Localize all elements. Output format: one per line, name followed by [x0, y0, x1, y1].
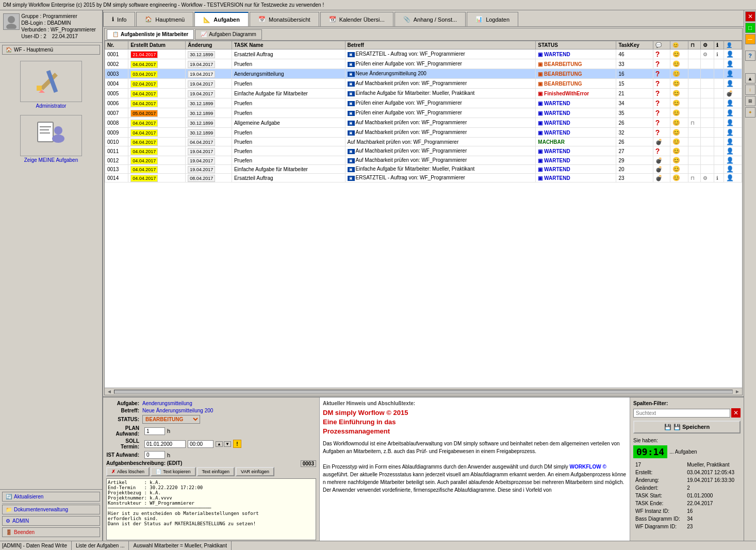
tab-logdaten[interactable]: 📊 Logdaten: [467, 12, 518, 26]
kalender-icon: 📆: [329, 16, 336, 23]
cell-taskkey: 35: [616, 108, 653, 118]
cell-icon-q: ?: [653, 49, 670, 59]
status-select[interactable]: BEARBEITUNG WARTEND MACHBAR FinishedWith…: [142, 415, 200, 424]
plan-aufwand-input[interactable]: [144, 427, 165, 435]
tab-aufgaben[interactable]: 📐 Aufgaben: [194, 12, 249, 26]
cell-aenderung: 19.04.2017: [186, 59, 232, 69]
cell-erstellt: 04.04.2017: [128, 89, 186, 98]
table-row[interactable]: 0008 04.04.2017 30.12.1899 Allgemeine Au…: [105, 118, 742, 128]
cell-taskkey: 33: [616, 59, 653, 69]
refresh-icon: 🔄: [6, 494, 12, 499]
time-down-btn[interactable]: ▼: [224, 441, 231, 447]
cell-icon-gear: [701, 108, 714, 118]
cell-icon-gear: [701, 89, 714, 98]
admin-label-1[interactable]: Administrator: [36, 103, 67, 109]
table-row[interactable]: 0004 02.04.2017 19.04.2017 Pruefen ▣Auf …: [105, 79, 742, 89]
task-table-container[interactable]: Nr. Erstellt Datum Änderung TASK Name Be…: [105, 41, 742, 388]
cell-erstellt: 04.04.2017: [128, 174, 186, 182]
table-row[interactable]: 0012 04.04.2017 19.04.2017 Pruefen ▣Auf …: [105, 156, 742, 165]
tab-monatsübersicht[interactable]: 📅 Monatsübersicht: [250, 12, 319, 26]
table-row[interactable]: 0009 04.04.2017 30.12.1899 Pruefen ▣Auf …: [105, 128, 742, 138]
diagram-icon: 📈: [201, 31, 207, 37]
filter-search-input[interactable]: [633, 409, 730, 418]
filter-title: Spalten-Filter:: [633, 401, 741, 406]
sub-tab-aufgabenliste[interactable]: 📋 Aufgabenliste je Mitarbeiter: [107, 29, 194, 40]
tab-info[interactable]: ℹ Info: [103, 12, 135, 26]
table-row[interactable]: 0005 04.04.2017 19.04.2017 Einfache Aufg…: [105, 89, 742, 98]
detail-ist-row: IST Aufwand: h: [106, 451, 316, 459]
cell-betreff: ▣Einfache Aufgabe für Mitarbeiter: Muell…: [345, 89, 536, 98]
soll-termin-time-input[interactable]: [188, 440, 213, 448]
table-scrollbar-h[interactable]: ◄ ►: [105, 388, 742, 395]
save-icon: 💾: [664, 424, 671, 430]
cell-icon-face: 😊: [670, 174, 688, 182]
save-btn[interactable]: 💾 💾 Speichern: [633, 421, 741, 434]
admin-icon-box-1[interactable]: [20, 61, 82, 102]
sidebar-btn-dok[interactable]: 📁 Dokumentenverwaltung: [2, 505, 100, 514]
soll-termin-date-input[interactable]: [144, 440, 186, 448]
cell-icon-bar: [688, 146, 701, 156]
sidebar-btn-aktualisieren[interactable]: 🔄 Aktualisieren: [2, 492, 100, 502]
minimize-btn[interactable]: ─: [745, 34, 755, 44]
table-row[interactable]: 0002 04.04.2017 19.04.2017 Pruefen ▣Prüf…: [105, 59, 742, 69]
cell-nr: 0005: [105, 89, 128, 98]
table-row[interactable]: 0014 04.04.2017 08.04.2017 Ersatzteil Au…: [105, 174, 742, 182]
cell-status: ▣ WARTEND: [536, 146, 616, 156]
cell-erstellt: 04.04.2017: [128, 138, 186, 146]
table-row[interactable]: 0007 05.04.2017 30.12.1899 Pruefen ▣Prüf…: [105, 108, 742, 118]
table-row[interactable]: 0011 04.04.2017 19.04.2017 Pruefen ▣Auf …: [105, 146, 742, 156]
cell-icon-person: 👤: [724, 128, 742, 138]
table-row[interactable]: 0010 04.04.2017 04.04.2017 Pruefen Auf M…: [105, 138, 742, 146]
maximize-btn[interactable]: □: [745, 23, 755, 33]
th-task[interactable]: TASK Name: [232, 41, 345, 49]
sidebar-admin-area: Administrator Zeige MEINE Aufgaben: [0, 57, 102, 489]
nav-btn-3[interactable]: ✦: [745, 107, 755, 118]
table-row[interactable]: 0006 04.04.2017 30.12.1899 Pruefen ▣Prüf…: [105, 98, 742, 108]
var-einfugen-btn[interactable]: VAR einfügen: [236, 467, 274, 476]
cell-aenderung: 30.12.1899: [186, 108, 232, 118]
table-row[interactable]: 0013 04.04.2017 19.04.2017 Einfache Aufg…: [105, 165, 742, 174]
gruppe-row: Gruppe : Programmierer: [21, 13, 99, 19]
person-icon: 👤: [726, 129, 734, 136]
cell-icon-info: [714, 156, 724, 165]
th-betreff[interactable]: Betreff: [345, 41, 536, 49]
cell-status: ▣ WARTEND: [536, 98, 616, 108]
cell-icon-bar: [688, 138, 701, 146]
th-taskkey[interactable]: TaskKey: [616, 41, 653, 49]
tab-kalender[interactable]: 📆 Kalender Übersi...: [320, 12, 393, 26]
cell-taskkey: 34: [616, 98, 653, 108]
text-einfugen-btn[interactable]: Text einfügen: [197, 467, 235, 476]
filter-clear-btn[interactable]: ✕: [731, 408, 741, 418]
tab-hauptmenu[interactable]: 🏠 Hauptmenü: [136, 12, 193, 26]
sidebar-btn-admin[interactable]: ⚙ ADMIN: [2, 516, 100, 526]
time-up-btn[interactable]: ▲: [216, 441, 223, 447]
cell-taskkey: 26: [616, 118, 653, 128]
face-icon: 😊: [672, 119, 680, 126]
nav-btn-2[interactable]: ⊞: [745, 96, 755, 106]
table-row[interactable]: 0003 03.04.2017 19.04.2017 Aenderungsmit…: [105, 69, 742, 79]
tab-anhang[interactable]: 📎 Anhang / Sonst...: [395, 12, 466, 26]
scroll-up-btn[interactable]: ▲: [745, 73, 755, 84]
th-status[interactable]: STATUS: [536, 41, 616, 49]
alles-loschen-btn[interactable]: ✗ Alles löschen: [106, 467, 150, 476]
cell-aenderung: 08.04.2017: [186, 174, 232, 182]
sidebar-btn-beenden[interactable]: 🚪 Beenden: [2, 527, 100, 537]
admin-label-2[interactable]: Zeige MEINE Aufgaben: [24, 157, 78, 163]
face-icon: 😊: [672, 51, 680, 58]
close-btn[interactable]: ✕: [745, 11, 755, 22]
table-row[interactable]: 0001 21.04.2017 30.12.1899 Ersatzteil Au…: [105, 49, 742, 59]
nav-btn-1[interactable]: ↕: [745, 85, 755, 95]
help-btn[interactable]: ?: [745, 51, 755, 61]
cell-icon-bar: [688, 165, 701, 174]
cell-icon-face: 😊: [670, 98, 688, 108]
ist-aufwand-input[interactable]: [144, 451, 165, 459]
hint-body: Das Workflowmodul ist eine Arbeitsablauf…: [323, 440, 627, 494]
th-erstellt[interactable]: Erstellt Datum: [128, 41, 186, 49]
cell-icon-person: 👤: [724, 79, 742, 89]
admin-icon-box-2[interactable]: [20, 115, 82, 156]
sub-tab-diagramm[interactable]: 📈 Aufgaben Diagramm: [195, 29, 262, 40]
bar-icon: ⊓: [691, 120, 695, 126]
th-aenderung[interactable]: Änderung: [186, 41, 232, 49]
aufgaben-description-textarea[interactable]: Artikel : k.A. End-Termin : 30.22.2220 1…: [106, 478, 316, 540]
text-kopieren-btn[interactable]: 📄 Text kopieren: [151, 467, 196, 476]
